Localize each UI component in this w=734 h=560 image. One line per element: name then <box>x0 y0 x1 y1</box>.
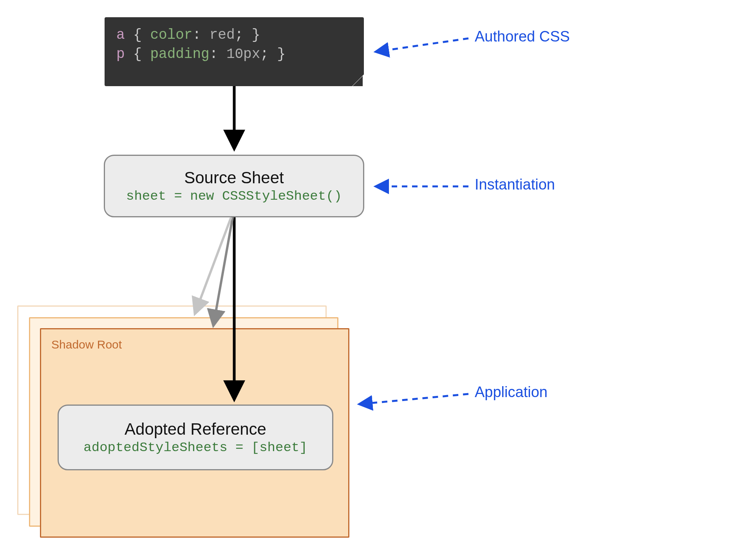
token-punctuation: { <box>125 27 150 43</box>
source-sheet-code: sheet = new CSSStyleSheet() <box>126 189 342 204</box>
token-value: 10px <box>226 46 260 62</box>
token-selector: a <box>116 27 125 43</box>
token-value: red <box>210 27 235 43</box>
token-property: color <box>150 27 192 43</box>
token-punctuation: : <box>210 46 226 62</box>
code-line-2: p { padding: 10px; } <box>116 45 352 64</box>
shadow-root-label: Shadow Root <box>51 338 338 351</box>
token-punctuation: ; } <box>260 46 286 62</box>
shadow-root-panel-front: Shadow Root Adopted Reference adoptedSty… <box>40 328 349 538</box>
token-punctuation: { <box>125 46 150 62</box>
code-line-1: a { color: red; } <box>116 26 352 45</box>
arrow-source-to-shadow-back <box>195 217 231 313</box>
token-selector: p <box>116 46 125 62</box>
adopted-reference-title: Adopted Reference <box>125 420 266 439</box>
token-punctuation: ; } <box>235 27 260 43</box>
shadow-root-stack: Shadow Root Adopted Reference adoptedSty… <box>17 305 349 538</box>
dog-ear-icon <box>352 74 364 86</box>
annotation-application: Application <box>475 384 548 401</box>
adopted-reference-code: adoptedStyleSheets = [sheet] <box>83 440 307 455</box>
source-sheet-box: Source Sheet sheet = new CSSStyleSheet() <box>104 155 364 217</box>
token-punctuation: : <box>192 27 209 43</box>
authored-css-code-block: a { color: red; } p { padding: 10px; } <box>105 17 364 86</box>
source-sheet-title: Source Sheet <box>184 168 284 187</box>
callout-authored-css <box>376 38 468 52</box>
annotation-authored-css: Authored CSS <box>475 28 570 45</box>
token-property: padding <box>150 46 209 62</box>
callout-application <box>360 394 468 404</box>
annotation-instantiation: Instantiation <box>475 176 555 193</box>
adopted-reference-box: Adopted Reference adoptedStyleSheets = [… <box>58 405 333 470</box>
